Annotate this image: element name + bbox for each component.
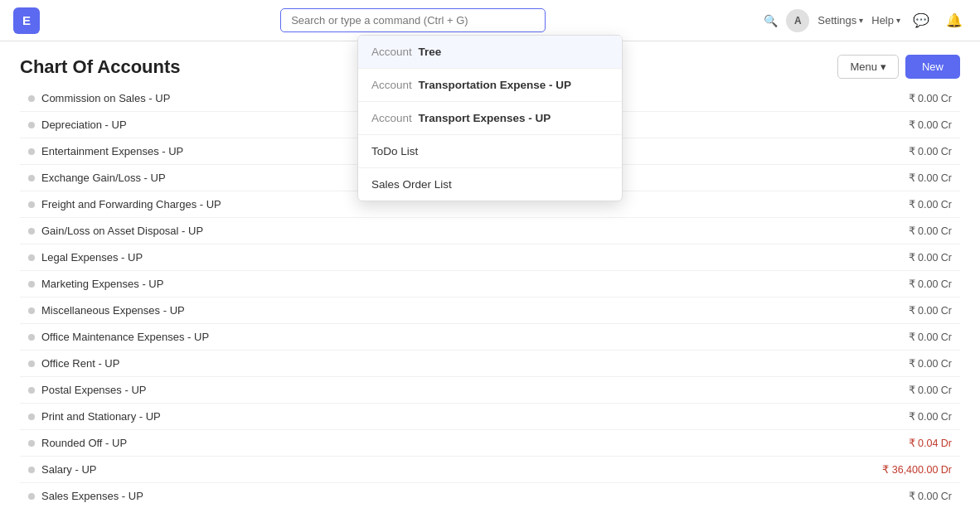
account-amount-cell: ₹ 0.00 Cr — [686, 112, 960, 138]
app-logo: E — [13, 7, 40, 34]
account-name-cell: Miscellaneous Expenses - UP — [20, 298, 686, 324]
row-dot-icon — [28, 414, 35, 420]
account-amount-cell: ₹ 0.00 Cr — [686, 351, 960, 377]
row-dot-icon — [28, 228, 35, 235]
account-name-cell: Print and Stationary - UP — [20, 404, 686, 430]
row-dot-icon — [28, 334, 35, 341]
account-name: Marketing Expenses - UP — [41, 278, 163, 290]
search-icon: 🔍 — [764, 14, 778, 27]
account-name: Legal Expenses - UP — [41, 251, 143, 264]
page-title: Chart Of Accounts — [20, 56, 181, 78]
help-chevron-icon: ▾ — [896, 16, 900, 25]
account-amount-cell: ₹ 0.00 Cr — [686, 218, 960, 244]
account-name: Salary - UP — [41, 463, 96, 476]
account-amount-cell: ₹ 0.00 Cr — [686, 244, 960, 271]
row-dot-icon — [28, 148, 35, 155]
table-row[interactable]: Print and Stationary - UP₹ 0.00 Cr — [20, 404, 960, 430]
table-row[interactable]: Sales Expenses - UP₹ 0.00 Cr — [20, 483, 960, 509]
account-amount-cell: ₹ 0.00 Cr — [686, 85, 960, 112]
notification-icon-button[interactable]: 🔔 — [942, 11, 967, 30]
search-input[interactable] — [280, 8, 546, 32]
dropdown-item-transport-expenses[interactable]: Account Transport Expenses - UP — [358, 102, 622, 135]
account-name-cell: Rounded Off - UP — [20, 430, 686, 457]
menu-button[interactable]: Menu ▾ — [837, 55, 899, 79]
account-name: Print and Stationary - UP — [41, 410, 161, 423]
account-name: Miscellaneous Expenses - UP — [41, 304, 185, 317]
page-actions: Menu ▾ New — [837, 55, 960, 79]
dropdown-item-todo-list[interactable]: ToDo List — [358, 135, 622, 168]
account-name-cell: Office Rent - UP — [20, 351, 686, 377]
account-name: Exchange Gain/Loss - UP — [41, 172, 166, 184]
dropdown-item-account-tree[interactable]: Account Tree — [358, 36, 622, 69]
account-amount-cell: ₹ 0.00 Cr — [686, 271, 960, 298]
row-dot-icon — [28, 254, 35, 261]
table-row[interactable]: Legal Expenses - UP₹ 0.00 Cr — [20, 244, 960, 271]
account-name-cell: Salary - UP — [20, 457, 686, 483]
account-name: Entertainment Expenses - UP — [41, 145, 183, 157]
account-name: Postal Expenses - UP — [41, 384, 146, 396]
account-name-cell: Gain/Loss on Asset Disposal - UP — [20, 218, 686, 244]
account-name: Office Rent - UP — [41, 357, 119, 370]
account-name: Commission on Sales - UP — [41, 92, 170, 104]
settings-button[interactable]: Settings ▾ — [817, 14, 863, 27]
account-amount-cell: ₹ 0.00 Cr — [686, 191, 960, 218]
account-name-cell: Sales Expenses - UP — [20, 483, 686, 509]
account-name: Gain/Loss on Asset Disposal - UP — [41, 225, 203, 237]
table-row[interactable]: Office Maintenance Expenses - UP₹ 0.00 C… — [20, 324, 960, 351]
row-dot-icon — [28, 493, 35, 500]
table-row[interactable]: Salary - UP₹ 36,400.00 Dr — [20, 457, 960, 483]
account-amount-cell: ₹ 0.00 Cr — [686, 298, 960, 324]
row-dot-icon — [28, 281, 35, 288]
account-name-cell: Marketing Expenses - UP — [20, 271, 686, 298]
table-row[interactable]: Rounded Off - UP₹ 0.04 Dr — [20, 430, 960, 457]
row-dot-icon — [28, 201, 35, 208]
account-amount-cell: ₹ 0.00 Cr — [686, 377, 960, 404]
table-row[interactable]: Marketing Expenses - UP₹ 0.00 Cr — [20, 271, 960, 298]
account-amount-cell: ₹ 0.00 Cr — [686, 138, 960, 165]
table-row[interactable]: Miscellaneous Expenses - UP₹ 0.00 Cr — [20, 298, 960, 324]
account-name-cell: Legal Expenses - UP — [20, 244, 686, 271]
account-name-cell: Postal Expenses - UP — [20, 377, 686, 404]
account-name: Depreciation - UP — [41, 119, 127, 131]
account-amount-cell: ₹ 0.00 Cr — [686, 165, 960, 191]
menu-chevron-icon: ▾ — [881, 60, 886, 73]
avatar-button[interactable]: A — [786, 9, 809, 32]
account-name: Rounded Off - UP — [41, 437, 127, 449]
table-row[interactable]: Postal Expenses - UP₹ 0.00 Cr — [20, 377, 960, 404]
header-right: A Settings ▾ Help ▾ 💬 🔔 — [786, 9, 967, 32]
row-dot-icon — [28, 387, 35, 394]
app-header: E 🔍 Account Tree Account Transportation … — [0, 0, 980, 41]
dropdown-item-sales-order-list[interactable]: Sales Order List — [358, 168, 622, 201]
table-row[interactable]: Gain/Loss on Asset Disposal - UP₹ 0.00 C… — [20, 218, 960, 244]
row-dot-icon — [28, 95, 35, 102]
account-name: Office Maintenance Expenses - UP — [41, 331, 209, 343]
table-row[interactable]: Office Rent - UP₹ 0.00 Cr — [20, 351, 960, 377]
row-dot-icon — [28, 360, 35, 367]
row-dot-icon — [28, 122, 35, 128]
account-amount-cell: ₹ 0.00 Cr — [686, 404, 960, 430]
account-name-cell: Office Maintenance Expenses - UP — [20, 324, 686, 351]
account-name: Sales Expenses - UP — [41, 490, 143, 502]
account-amount-cell: ₹ 0.00 Cr — [686, 324, 960, 351]
new-button[interactable]: New — [905, 55, 960, 79]
account-amount-cell: ₹ 36,400.00 Dr — [686, 457, 960, 483]
row-dot-icon — [28, 307, 35, 314]
settings-chevron-icon: ▾ — [859, 16, 863, 25]
help-button[interactable]: Help ▾ — [871, 14, 900, 27]
row-dot-icon — [28, 467, 35, 473]
account-amount-cell: ₹ 0.04 Dr — [686, 430, 960, 457]
account-name: Freight and Forwarding Charges - UP — [41, 198, 221, 210]
search-wrapper: 🔍 Account Tree Account Transportation Ex… — [40, 8, 786, 32]
row-dot-icon — [28, 175, 35, 181]
chat-icon-button[interactable]: 💬 — [909, 11, 934, 30]
row-dot-icon — [28, 440, 35, 447]
account-amount-cell: ₹ 0.00 Cr — [686, 483, 960, 509]
dropdown-item-transportation-expense[interactable]: Account Transportation Expense - UP — [358, 69, 622, 102]
search-dropdown: Account Tree Account Transportation Expe… — [357, 35, 623, 201]
